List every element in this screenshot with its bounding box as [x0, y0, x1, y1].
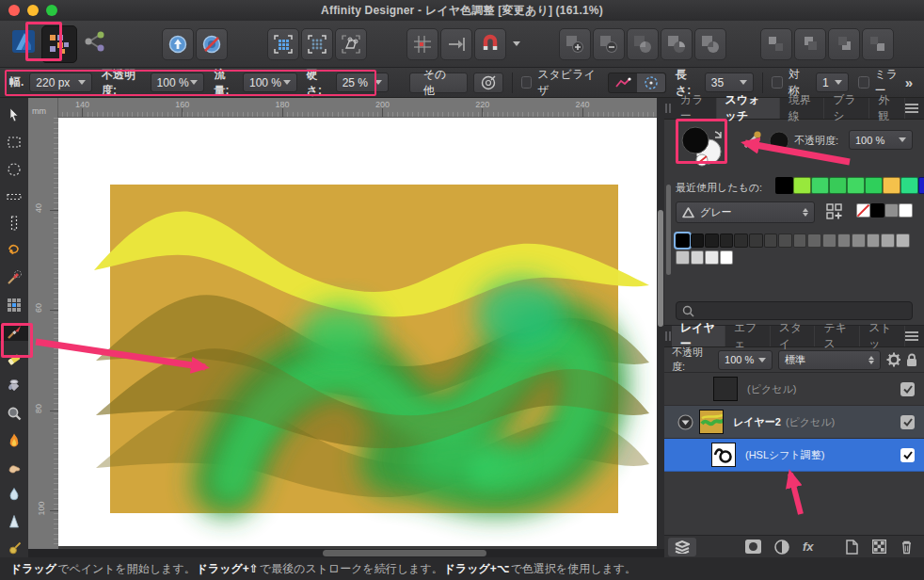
assistant-on-button[interactable] — [162, 28, 194, 60]
color-swatch[interactable] — [867, 234, 881, 248]
rope-stabilizer-button[interactable] — [609, 73, 637, 92]
sharpen-tool[interactable] — [2, 513, 26, 530]
panel-grip[interactable] — [664, 98, 672, 119]
blend-mode-dropdown[interactable]: 標準 — [778, 350, 881, 370]
color-swatch[interactable] — [691, 250, 705, 265]
swatches-opacity-dropdown[interactable]: 100 % — [849, 130, 913, 150]
color-swatch[interactable] — [865, 177, 883, 194]
horizontal-scrollbar-thumb[interactable] — [323, 550, 486, 556]
layer-thumbnail[interactable] — [699, 410, 724, 434]
color-swatch[interactable] — [899, 203, 913, 218]
search-input[interactable] — [700, 305, 906, 316]
color-swatch[interactable] — [720, 250, 734, 265]
layer-visibility-checkbox[interactable] — [900, 382, 915, 396]
elliptical-marquee-tool[interactable] — [2, 161, 26, 178]
vertical-scrollbar[interactable] — [657, 98, 664, 549]
swap-colors-arrow-icon[interactable] — [715, 132, 721, 137]
tab-swatches[interactable]: スウォッチ — [717, 98, 780, 119]
swatches-scrollbar-thumb[interactable] — [666, 185, 671, 275]
brush-editor-button[interactable] — [473, 72, 503, 93]
symmetry-checkbox[interactable] — [772, 76, 783, 89]
color-swatch[interactable] — [749, 234, 763, 248]
context-overflow-button[interactable]: » — [905, 74, 913, 90]
expand-arrow-icon[interactable] — [677, 414, 693, 430]
brush-flow-dropdown[interactable]: 100 % — [243, 72, 297, 92]
adjustment-layer-icon[interactable] — [774, 540, 789, 555]
boolean-add-button[interactable] — [559, 28, 591, 60]
tab-effects[interactable]: エフェ — [725, 326, 771, 346]
layer-row-pixel[interactable]: (ピクセル) — [664, 373, 924, 406]
picked-color-well[interactable] — [770, 132, 789, 151]
selection-intersect-button[interactable] — [301, 28, 333, 60]
tab-stroke[interactable]: 境界線 — [780, 98, 824, 119]
rectangular-marquee-tool[interactable] — [2, 134, 26, 151]
color-swatch[interactable] — [822, 234, 836, 248]
assistant-off-button[interactable] — [196, 28, 228, 60]
new-pixel-layer-icon[interactable] — [872, 540, 886, 554]
eyedropper-icon[interactable] — [745, 136, 757, 147]
fx-button[interactable]: fx — [803, 540, 814, 554]
flood-select-tool[interactable] — [2, 297, 26, 314]
vertical-scrollbar-thumb[interactable] — [658, 210, 663, 327]
snapping-button[interactable] — [474, 28, 506, 60]
color-swatch[interactable] — [793, 234, 807, 248]
color-swatch[interactable] — [691, 234, 705, 248]
selection-brush-tool[interactable] — [2, 269, 26, 286]
color-swatch[interactable] — [778, 234, 792, 248]
tab-stock[interactable]: ストッ — [860, 326, 905, 346]
tab-brush[interactable]: ブラシ — [824, 98, 869, 119]
adjustment-thumbnail[interactable] — [711, 443, 736, 467]
designer-persona-button[interactable] — [8, 25, 40, 57]
more-button[interactable]: その他 — [409, 72, 468, 93]
color-swatch[interactable] — [793, 177, 811, 194]
color-swatch[interactable] — [705, 234, 719, 248]
color-swatch[interactable] — [705, 250, 719, 265]
layer-row-hsl-adjustment[interactable]: (HSLシフト調整) — [664, 439, 924, 472]
document-page[interactable] — [58, 118, 657, 546]
tab-appearance[interactable]: 外観 — [869, 98, 905, 119]
horizontal-scrollbar[interactable] — [28, 549, 664, 557]
color-swatch[interactable] — [829, 177, 847, 194]
layer-visibility-checkbox[interactable] — [900, 448, 915, 462]
color-swatch[interactable] — [900, 177, 918, 194]
arrange-forward-button[interactable] — [828, 28, 860, 60]
layer-thumbnail[interactable] — [713, 377, 738, 401]
zoom-tool[interactable] — [2, 405, 26, 422]
panel-menu-button[interactable] — [905, 98, 924, 119]
new-layer-icon[interactable] — [846, 540, 858, 555]
symmetry-count-dropdown[interactable]: 1 — [816, 72, 849, 92]
lock-icon[interactable] — [906, 353, 916, 367]
color-swatch[interactable] — [775, 177, 793, 194]
tab-text-styles[interactable]: テキス — [815, 326, 860, 346]
gear-icon[interactable] — [886, 352, 900, 367]
mirror-checkbox[interactable] — [858, 76, 869, 89]
stabilizer-checkbox[interactable] — [521, 76, 533, 89]
brush-opacity-dropdown[interactable]: 100 % — [151, 72, 205, 92]
panel-menu-button[interactable] — [905, 326, 924, 346]
boolean-intersect-button[interactable] — [627, 28, 659, 60]
tab-layers[interactable]: レイヤー — [672, 326, 725, 346]
color-swatch[interactable] — [852, 234, 866, 248]
layer-row-layer2[interactable]: レイヤー2 (ピクセル) — [664, 406, 924, 439]
brush-width-dropdown[interactable]: 220 px — [29, 72, 92, 92]
palette-category-dropdown[interactable]: グレー — [676, 201, 815, 223]
snapping-options-dropdown[interactable] — [508, 28, 525, 60]
brush-hardness-dropdown[interactable]: 25 % — [336, 72, 389, 92]
color-swatch[interactable] — [870, 203, 884, 218]
color-swatch[interactable] — [884, 203, 899, 218]
move-tool[interactable] — [2, 106, 26, 123]
color-swatch[interactable] — [856, 203, 870, 218]
tab-styles[interactable]: スタイ — [771, 326, 816, 346]
layer-visibility-checkbox[interactable] — [900, 415, 915, 429]
arrange-front-button[interactable] — [862, 28, 894, 60]
color-swatch[interactable] — [896, 234, 910, 248]
dodge-burn-tool[interactable] — [2, 432, 26, 449]
color-swatch[interactable] — [811, 177, 829, 194]
smudge-tool[interactable] — [2, 459, 26, 475]
canvas-viewport[interactable] — [58, 118, 657, 549]
color-swatch[interactable] — [764, 234, 778, 248]
color-swatch[interactable] — [847, 177, 865, 194]
layers-opacity-dropdown[interactable]: 100 % — [718, 350, 773, 370]
pixel-grid-button[interactable] — [406, 28, 438, 60]
color-swatch[interactable] — [734, 234, 748, 248]
